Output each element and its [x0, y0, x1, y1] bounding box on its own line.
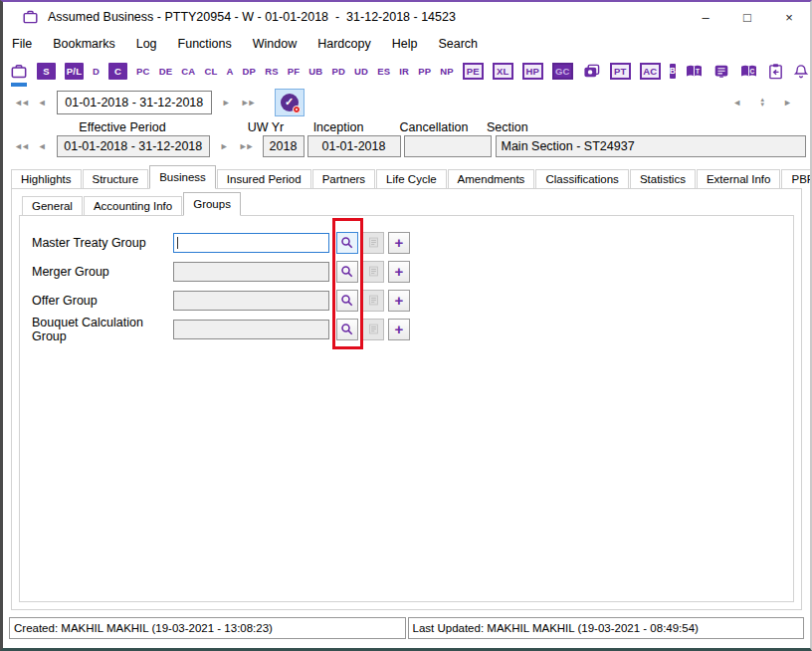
search-icon: [340, 265, 354, 279]
menu-search[interactable]: Search: [438, 37, 478, 51]
groups-panel: Master Treaty Group + Merger Group: [19, 215, 794, 602]
book-t-icon[interactable]: T: [685, 64, 704, 79]
toolbar-a-button[interactable]: A: [226, 66, 233, 77]
side-pager: ◄ ▲ ▼ ►: [727, 98, 810, 108]
period-first-button[interactable]: ◄◄: [9, 141, 33, 151]
toolbar-s-button[interactable]: S: [37, 63, 56, 80]
spinner-down-icon[interactable]: ▼: [759, 103, 765, 108]
toolbar-ca-button[interactable]: CA: [181, 66, 195, 77]
menu-bookmarks[interactable]: Bookmarks: [53, 37, 115, 51]
offer-group-row: Offer Group +: [32, 286, 793, 315]
header-labels: Effective Period UW Yr Inception Cancell…: [3, 117, 810, 134]
tab-life-cycle[interactable]: Life Cycle: [376, 169, 447, 188]
tab-classifications[interactable]: Classifications: [535, 169, 629, 188]
toolbar-d-button[interactable]: D: [93, 66, 100, 77]
first-record-button[interactable]: ◄◄: [9, 98, 33, 108]
bouquet-calculation-group-add-button[interactable]: +: [388, 319, 410, 340]
maximize-button[interactable]: □: [726, 2, 768, 32]
period-last-button[interactable]: ►►: [234, 141, 258, 151]
pager-left-button[interactable]: ◄: [727, 98, 746, 108]
toolbar-ub-button[interactable]: UB: [308, 66, 322, 77]
toolbar-pt-button[interactable]: PT: [610, 63, 631, 80]
previous-record-button[interactable]: ◄: [33, 98, 52, 108]
validate-button[interactable]: ✓: [275, 89, 304, 116]
notes-icon: [367, 265, 380, 278]
toolbar-pf-button[interactable]: PF: [288, 66, 301, 77]
toolbar-pp-button[interactable]: PP: [418, 66, 431, 77]
merger-group-search-button[interactable]: [336, 261, 358, 283]
toolbar-pc-button[interactable]: PC: [136, 66, 150, 77]
search-icon: [340, 323, 354, 336]
toolbar-ac-button[interactable]: AC: [640, 63, 661, 80]
tab-statistics[interactable]: Statistics: [630, 169, 696, 188]
terminal-icon[interactable]: [712, 64, 730, 79]
offer-group-search-button[interactable]: [336, 290, 358, 312]
period-next-button[interactable]: ►: [215, 141, 234, 151]
tab-highlights[interactable]: Highlights: [11, 169, 82, 188]
tab-insured-period[interactable]: Insured Period: [217, 169, 311, 188]
screens-icon[interactable]: [582, 63, 601, 80]
master-treaty-group-add-button[interactable]: +: [388, 232, 410, 254]
toolbar-ir-button[interactable]: IR: [399, 66, 409, 77]
pager-right-button[interactable]: ►: [778, 98, 797, 108]
master-treaty-group-label: Master Treaty Group: [32, 236, 173, 250]
toolbar-es-button[interactable]: ES: [377, 66, 390, 77]
toolbar-xl-button[interactable]: XL: [493, 63, 513, 80]
master-treaty-group-input[interactable]: [173, 233, 329, 253]
menu-hardcopy[interactable]: Hardcopy: [317, 37, 371, 51]
subtab-general[interactable]: General: [22, 196, 83, 215]
tab-amendments[interactable]: Amendments: [448, 169, 535, 188]
toolbar-cl-button[interactable]: CL: [204, 66, 217, 77]
offer-group-input[interactable]: [173, 291, 329, 311]
master-treaty-group-detail-button: [362, 232, 384, 254]
title-bar: Assumed Business - PTTY20954 - W - 01-01…: [3, 2, 810, 32]
offer-group-add-button[interactable]: +: [388, 290, 410, 312]
menu-functions[interactable]: Functions: [178, 37, 232, 51]
toolbar-pd-button[interactable]: PD: [331, 66, 345, 77]
toolbar-de-button[interactable]: DE: [159, 66, 173, 77]
window-title: Assumed Business - PTTY20954 - W - 01-01…: [48, 10, 456, 24]
toolbar-pl-button[interactable]: P/L: [65, 63, 84, 80]
subtab-groups[interactable]: Groups: [183, 192, 241, 216]
briefcase-icon: [22, 9, 39, 25]
toolbar-dp-button[interactable]: DP: [243, 66, 257, 77]
tab-structure[interactable]: Structure: [83, 169, 149, 188]
toolbar-hp-button[interactable]: HP: [522, 63, 543, 80]
last-updated-status: Last Updated: MAKHIL MAKHIL (19-03-2021 …: [408, 617, 805, 639]
groups-form: Master Treaty Group + Merger Group: [20, 216, 793, 343]
bouquet-calculation-group-input[interactable]: [173, 320, 329, 339]
toolbar-ud-button[interactable]: UD: [354, 66, 368, 77]
toolbar-c-button[interactable]: C: [108, 63, 127, 80]
next-record-button[interactable]: ►: [217, 98, 236, 108]
menu-file[interactable]: File: [12, 37, 32, 51]
briefcase-icon[interactable]: [10, 58, 28, 84]
minimize-button[interactable]: –: [685, 2, 726, 32]
clipboard-icon[interactable]: [767, 63, 784, 80]
tab-business[interactable]: Business: [149, 165, 216, 189]
menu-log[interactable]: Log: [136, 37, 157, 51]
menu-window[interactable]: Window: [253, 37, 297, 51]
effective-period-field: 01-01-2018 - 31-12-2018: [57, 135, 210, 157]
subtab-accounting-info[interactable]: Accounting Info: [84, 196, 182, 215]
bouquet-calculation-group-search-button[interactable]: [336, 319, 358, 340]
last-record-button[interactable]: ►►: [236, 98, 260, 108]
pager-spinner[interactable]: ▲ ▼: [759, 98, 765, 108]
merger-group-add-button[interactable]: +: [388, 261, 410, 283]
tab-external-info[interactable]: External Info: [697, 169, 781, 188]
toolbar-rs-button[interactable]: RS: [265, 66, 279, 77]
bell-icon[interactable]: [793, 63, 809, 80]
period-previous-button[interactable]: ◄: [33, 141, 52, 151]
toolbar-np-button[interactable]: NP: [440, 66, 454, 77]
tab-partners[interactable]: Partners: [312, 169, 375, 188]
book-c-icon[interactable]: C: [739, 64, 758, 79]
close-button[interactable]: ×: [768, 2, 810, 32]
toolbar-pe-button[interactable]: PE: [463, 63, 484, 80]
ledger-icon[interactable]: B: [670, 64, 676, 79]
toolbar-gc-button[interactable]: GC: [552, 63, 573, 80]
master-treaty-group-search-button[interactable]: [336, 232, 358, 254]
merger-group-input[interactable]: [173, 262, 329, 282]
menu-help[interactable]: Help: [392, 37, 418, 51]
record-date-range-field[interactable]: 01-01-2018 - 31-12-2018: [57, 91, 212, 114]
tab-pbr-exceptions[interactable]: PBR Exceptions: [781, 169, 812, 188]
merger-group-row: Merger Group +: [32, 257, 793, 286]
